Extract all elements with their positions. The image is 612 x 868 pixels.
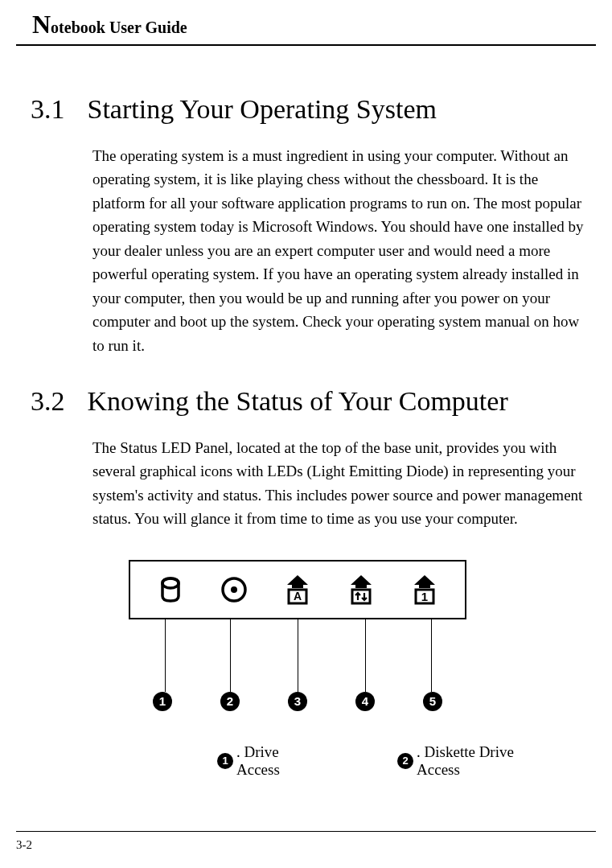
callout-5: 5 xyxy=(423,692,442,711)
svg-text:1: 1 xyxy=(421,590,428,603)
callout-3: 3 xyxy=(288,692,307,711)
legend-text-1: . Drive Access xyxy=(236,743,317,779)
section-title: Starting Your Operating System xyxy=(88,94,437,125)
callout-4: 4 xyxy=(355,692,375,711)
scroll-lock-icon xyxy=(344,573,378,607)
header-title: Notebook User Guide xyxy=(32,10,580,39)
page-footer: 3-2 xyxy=(16,831,596,852)
callout-2: 2 xyxy=(220,692,240,711)
num-lock-icon: 1 xyxy=(408,573,442,607)
legend-item-2: 2 . Diskette Drive Access xyxy=(397,743,548,779)
header-drop-cap: N xyxy=(32,10,51,39)
section-body-3-2: The Status LED Panel, located at the top… xyxy=(92,436,588,531)
page-number: 3-2 xyxy=(16,838,32,851)
diskette-drive-icon xyxy=(217,573,251,607)
legend-circle-2: 2 xyxy=(397,753,413,769)
section-number: 3.2 xyxy=(31,386,65,417)
svg-point-0 xyxy=(162,578,179,588)
caps-lock-icon: A xyxy=(281,573,314,607)
page-header: Notebook User Guide xyxy=(16,0,596,46)
section-number: 3.1 xyxy=(31,94,65,125)
drive-access-icon xyxy=(154,573,187,607)
header-title-text: otebook User Guide xyxy=(51,19,187,36)
svg-text:A: A xyxy=(294,590,302,603)
legend-item-1: 1 . Drive Access xyxy=(217,743,317,779)
section-heading-3-1: 3.1 Starting Your Operating System xyxy=(16,94,596,125)
callout-lines xyxy=(129,619,466,692)
legend-circle-1: 1 xyxy=(217,753,233,769)
led-panel-box: A 1 xyxy=(129,560,466,619)
section-title: Knowing the Status of Your Computer xyxy=(88,386,508,417)
legend-text-2: . Diskette Drive Access xyxy=(417,743,548,779)
callout-1: 1 xyxy=(153,692,172,711)
section-body-3-1: The operating system is a must ingredien… xyxy=(92,144,588,357)
section-heading-3-2: 3.2 Knowing the Status of Your Computer xyxy=(16,386,596,417)
svg-point-2 xyxy=(231,586,237,593)
legend-row: 1 . Drive Access 2 . Diskette Drive Acce… xyxy=(217,743,548,779)
led-panel-figure: A 1 xyxy=(129,560,548,779)
page-content: 3.1 Starting Your Operating System The o… xyxy=(0,46,612,779)
svg-rect-5 xyxy=(352,590,370,603)
callout-numbers-row: 1 2 3 4 5 xyxy=(129,692,466,711)
